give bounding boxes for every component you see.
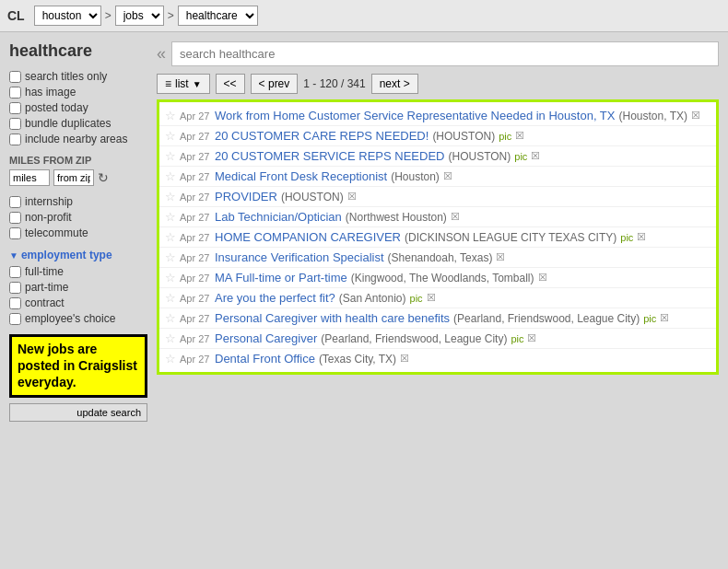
checkbox-bundle-dupes[interactable]: [9, 118, 21, 130]
result-meta: (Pearland, Friendswood, League City): [453, 312, 640, 325]
filter-nearby-areas[interactable]: include nearby areas: [9, 133, 147, 145]
result-link[interactable]: HOME COMPANION CAREGIVER: [215, 230, 401, 244]
back-button[interactable]: <<: [216, 74, 245, 94]
miles-input[interactable]: [9, 169, 50, 186]
employment-type-label[interactable]: ▼ employment type: [9, 249, 147, 261]
star-icon[interactable]: ☆: [165, 190, 176, 203]
star-icon[interactable]: ☆: [165, 271, 176, 284]
pic-tag: pic: [514, 151, 527, 162]
result-meta: (Houston): [391, 170, 440, 183]
remove-icon[interactable]: ☒: [515, 130, 524, 142]
filter-bundle-dupes[interactable]: bundle duplicates: [9, 117, 147, 130]
annotation-box: New jobs are posted in Craigslist everyd…: [9, 334, 147, 398]
star-icon[interactable]: ☆: [165, 230, 176, 244]
remove-icon[interactable]: ☒: [400, 353, 409, 365]
remove-icon[interactable]: ☒: [451, 211, 460, 223]
star-icon[interactable]: ☆: [165, 311, 176, 325]
from-zip-input[interactable]: [53, 169, 94, 186]
remove-icon[interactable]: ☒: [637, 231, 646, 243]
star-icon[interactable]: ☆: [165, 109, 176, 122]
star-icon[interactable]: ☆: [165, 331, 176, 345]
list-view-button[interactable]: ≡ list ▼: [157, 74, 210, 94]
checkbox-search-titles[interactable]: [9, 71, 21, 83]
checkbox-telecommute[interactable]: [9, 227, 21, 239]
result-title: MA Full-time or Part-time: [215, 271, 347, 284]
city-select[interactable]: houston: [34, 6, 101, 26]
update-search-button[interactable]: update search: [9, 403, 147, 422]
result-link[interactable]: Work from Home Customer Service Represen…: [215, 109, 615, 122]
result-meta: (Houston, TX): [618, 110, 687, 122]
remove-icon[interactable]: ☒: [496, 251, 505, 263]
result-link[interactable]: MA Full-time or Part-time: [215, 271, 347, 284]
result-meta: (Shenandoah, Texas): [388, 251, 493, 264]
remove-icon[interactable]: ☒: [531, 150, 540, 162]
star-icon[interactable]: ☆: [165, 149, 176, 163]
checkbox-employee-choice[interactable]: [9, 313, 21, 325]
remove-icon[interactable]: ☒: [691, 110, 700, 122]
checkbox-posted-today[interactable]: [9, 102, 21, 114]
result-link[interactable]: Insurance Verification Specialist: [215, 250, 384, 264]
result-title: Personal Caregiver: [215, 331, 317, 345]
checkbox-contract[interactable]: [9, 297, 21, 309]
result-link[interactable]: Lab Technician/Optician: [215, 210, 342, 224]
table-row: ☆ Apr 27 Lab Technician/Optician (Northw…: [159, 207, 716, 227]
content-area: « ≡ list ▼ << < prev 1 - 120 / 341 next …: [157, 32, 728, 566]
filter-telecommute[interactable]: telecommute: [9, 226, 147, 239]
checkbox-has-image[interactable]: [9, 87, 21, 99]
star-icon[interactable]: ☆: [165, 210, 176, 224]
filter-has-image[interactable]: has image: [9, 86, 147, 99]
filter-internship[interactable]: internship: [9, 195, 147, 208]
prev-button[interactable]: < prev: [251, 74, 299, 94]
filter-search-titles[interactable]: search titles only: [9, 70, 147, 83]
filter-full-time[interactable]: full-time: [9, 265, 147, 278]
checkbox-non-profit[interactable]: [9, 212, 21, 224]
checkbox-full-time[interactable]: [9, 266, 21, 278]
table-row: ☆ Apr 27 20 CUSTOMER CARE REPS NEEDED! (…: [159, 126, 716, 146]
remove-icon[interactable]: ☒: [427, 292, 436, 304]
result-meta: (HOUSTON): [281, 191, 344, 203]
filter-employee-choice[interactable]: employee's choice: [9, 312, 147, 325]
result-link[interactable]: 20 CUSTOMER SERVICE REPS NEEDED: [215, 149, 444, 163]
page-info: 1 - 120 / 341: [303, 77, 365, 90]
result-link[interactable]: Are you the perfect fit?: [215, 291, 335, 305]
filter-non-profit[interactable]: non-profit: [9, 211, 147, 224]
arrow1: >: [105, 9, 112, 22]
filter-posted-today[interactable]: posted today: [9, 101, 147, 114]
star-icon[interactable]: ☆: [165, 291, 176, 305]
remove-icon[interactable]: ☒: [527, 332, 536, 344]
refresh-icon[interactable]: ↻: [98, 170, 109, 185]
remove-icon[interactable]: ☒: [538, 272, 547, 284]
star-icon[interactable]: ☆: [165, 169, 176, 183]
table-row: ☆ Apr 27 Medical Front Desk Receptionist…: [159, 167, 716, 187]
star-icon[interactable]: ☆: [165, 250, 176, 264]
star-icon[interactable]: ☆: [165, 352, 176, 366]
result-meta: (HOUSTON): [432, 130, 495, 143]
result-link[interactable]: Personal Caregiver: [215, 331, 317, 345]
result-title: PROVIDER: [215, 190, 277, 203]
remove-icon[interactable]: ☒: [443, 170, 452, 182]
filter-contract[interactable]: contract: [9, 296, 147, 309]
result-link[interactable]: Medical Front Desk Receptionist: [215, 169, 387, 183]
result-link[interactable]: Dental Front Office: [215, 352, 315, 366]
search-input[interactable]: [171, 41, 719, 66]
checkbox-nearby-areas[interactable]: [9, 134, 21, 145]
result-title: Lab Technician/Optician: [215, 210, 342, 224]
checkbox-internship[interactable]: [9, 196, 21, 208]
sidebar: healthcare search titles only has image …: [0, 32, 157, 566]
result-date: Apr 27: [180, 110, 211, 122]
checkbox-part-time[interactable]: [9, 282, 21, 294]
result-link[interactable]: Personal Caregiver with health care bene…: [215, 311, 450, 325]
category1-select[interactable]: jobs: [115, 6, 164, 26]
next-button[interactable]: next >: [371, 74, 418, 94]
category2-select[interactable]: healthcare: [178, 6, 258, 26]
collapse-icon[interactable]: «: [157, 44, 166, 64]
result-link[interactable]: 20 CUSTOMER CARE REPS NEEDED!: [215, 129, 429, 143]
remove-icon[interactable]: ☒: [347, 191, 357, 203]
remove-icon[interactable]: ☒: [660, 312, 669, 324]
miles-row: ↻: [9, 169, 147, 186]
search-bar: «: [157, 41, 719, 66]
star-icon[interactable]: ☆: [165, 129, 176, 143]
filter-part-time[interactable]: part-time: [9, 281, 147, 294]
result-link[interactable]: PROVIDER: [215, 190, 277, 203]
result-meta: (HOUSTON): [448, 150, 511, 163]
